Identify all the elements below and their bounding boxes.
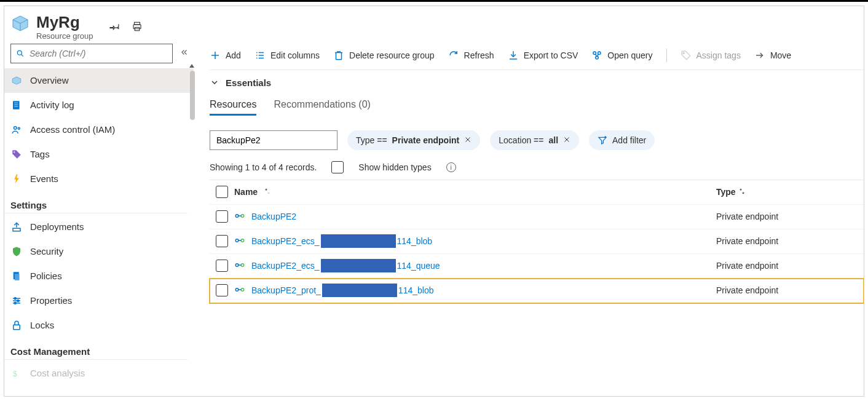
svg-point-21: [14, 302, 16, 304]
page-title: MyRg: [36, 14, 93, 32]
delete-button[interactable]: Delete resource group: [333, 50, 435, 61]
overview-icon: [10, 75, 23, 86]
svg-point-3: [17, 50, 22, 55]
filter-pill-location[interactable]: Location == all: [490, 130, 579, 150]
access-control-icon: [10, 124, 23, 135]
close-icon[interactable]: [464, 135, 471, 145]
chevron-down-icon: [210, 77, 219, 87]
svg-line-4: [22, 55, 23, 57]
column-header-name[interactable]: Name: [234, 187, 716, 197]
sidebar-item-events[interactable]: Events: [4, 167, 194, 191]
show-hidden-checkbox[interactable]: [331, 161, 344, 173]
row-checkbox[interactable]: [216, 260, 228, 272]
show-hidden-label: Show hidden types: [358, 162, 431, 172]
sort-icon: [264, 187, 271, 197]
sidebar-item-deployments[interactable]: Deployments: [4, 215, 194, 239]
resource-link[interactable]: BackupPE2_prot_114_blob: [251, 284, 433, 297]
row-checkbox[interactable]: [216, 210, 228, 223]
main-content: Add Edit columns Delete resource group R…: [195, 44, 864, 396]
search-icon: [16, 49, 25, 58]
sidebar-item-tags[interactable]: Tags: [4, 142, 194, 167]
filter-row: Type == Private endpoint Location == all…: [210, 116, 864, 159]
sidebar-item-access-control[interactable]: Access control (IAM): [4, 117, 194, 142]
add-filter-button[interactable]: Add filter: [589, 130, 655, 150]
refresh-button[interactable]: Refresh: [448, 50, 494, 61]
private-endpoint-icon: [234, 210, 245, 223]
tag-icon: [681, 50, 692, 61]
edit-columns-button[interactable]: Edit columns: [254, 50, 320, 61]
tabs: Resources Recommendations (0): [210, 95, 864, 116]
sidebar-item-overview[interactable]: Overview: [4, 68, 194, 93]
table-header: Name Type: [210, 180, 864, 205]
svg-point-52: [235, 264, 239, 267]
column-header-type[interactable]: Type: [716, 187, 864, 197]
search-input[interactable]: [28, 48, 167, 59]
search-box[interactable]: [10, 44, 173, 63]
sidebar-item-cost-analysis[interactable]: $ Cost analysis: [4, 361, 194, 386]
resource-type: Private endpoint: [716, 212, 864, 221]
assign-tags-button[interactable]: Assign tags: [681, 50, 741, 61]
svg-rect-6: [13, 101, 20, 109]
records-count-text: Showing 1 to 4 of 4 records.: [210, 162, 317, 172]
sidebar-item-properties[interactable]: Properties: [4, 288, 194, 313]
filter-pill-type[interactable]: Type == Private endpoint: [347, 130, 480, 150]
svg-point-56: [241, 288, 244, 292]
sidebar-item-security[interactable]: Security: [4, 239, 194, 264]
trash-icon: [333, 50, 344, 61]
table-row[interactable]: BackupPE2Private endpoint: [210, 205, 864, 229]
table-row[interactable]: BackupPE2_ecs_114_queuePrivate endpoint: [210, 254, 864, 279]
essentials-toggle[interactable]: Essentials: [210, 70, 864, 95]
sort-icon: [738, 187, 746, 197]
svg-point-10: [14, 127, 17, 130]
properties-icon: [10, 295, 23, 306]
table-row[interactable]: BackupPE2_prot_114_blobPrivate endpoint: [210, 279, 864, 303]
plus-icon: [210, 50, 221, 61]
resource-link[interactable]: BackupPE2_ecs_114_blob: [251, 234, 432, 248]
sidebar: Overview Activity log Access control (IA…: [4, 44, 195, 396]
close-icon[interactable]: [563, 135, 570, 145]
info-icon[interactable]: i: [446, 162, 456, 172]
print-icon[interactable]: [132, 21, 143, 34]
row-checkbox[interactable]: [216, 284, 228, 296]
sidebar-item-locks[interactable]: Locks: [4, 313, 194, 338]
tags-icon: [10, 149, 23, 160]
resource-link[interactable]: BackupPE2: [251, 212, 296, 221]
private-endpoint-icon: [234, 260, 245, 272]
svg-line-36: [596, 54, 597, 57]
resource-link[interactable]: BackupPE2_ecs_114_queue: [251, 259, 440, 272]
add-button[interactable]: Add: [210, 50, 241, 61]
events-icon: [10, 173, 23, 185]
sidebar-nav: Overview Activity log Access control (IA…: [4, 68, 195, 396]
refresh-icon: [448, 50, 459, 61]
svg-point-12: [14, 151, 15, 153]
open-query-button[interactable]: Open query: [591, 50, 652, 61]
redacted-segment: [322, 284, 397, 297]
cost-analysis-icon: $: [10, 368, 23, 379]
svg-marker-5: [189, 64, 194, 68]
sidebar-item-activity-log[interactable]: Activity log: [4, 93, 194, 117]
tab-resources[interactable]: Resources: [210, 99, 256, 116]
sidebar-item-policies[interactable]: Policies: [4, 264, 194, 288]
tab-recommendations[interactable]: Recommendations (0): [274, 99, 370, 116]
activity-log-icon: [10, 100, 23, 111]
columns-icon: [254, 50, 266, 61]
svg-point-55: [235, 288, 239, 292]
resource-type: Private endpoint: [716, 285, 864, 295]
select-all-checkbox[interactable]: [216, 186, 228, 198]
export-csv-button[interactable]: Export to CSV: [508, 50, 578, 61]
collapse-sidebar-button[interactable]: [180, 48, 189, 58]
toolbar: Add Edit columns Delete resource group R…: [210, 44, 864, 70]
row-checkbox[interactable]: [216, 235, 228, 247]
svg-point-47: [241, 215, 244, 218]
policies-icon: [10, 271, 23, 282]
move-button[interactable]: Move: [754, 50, 791, 61]
private-endpoint-icon: [234, 235, 245, 248]
sidebar-scrollbar[interactable]: [190, 71, 195, 120]
svg-point-35: [596, 56, 599, 59]
svg-point-11: [18, 127, 20, 129]
filter-input[interactable]: [210, 130, 337, 150]
pin-icon[interactable]: [109, 21, 120, 34]
page-subtitle: Resource group: [36, 32, 93, 41]
redacted-segment: [321, 259, 396, 272]
table-row[interactable]: BackupPE2_ecs_114_blobPrivate endpoint: [210, 229, 864, 254]
